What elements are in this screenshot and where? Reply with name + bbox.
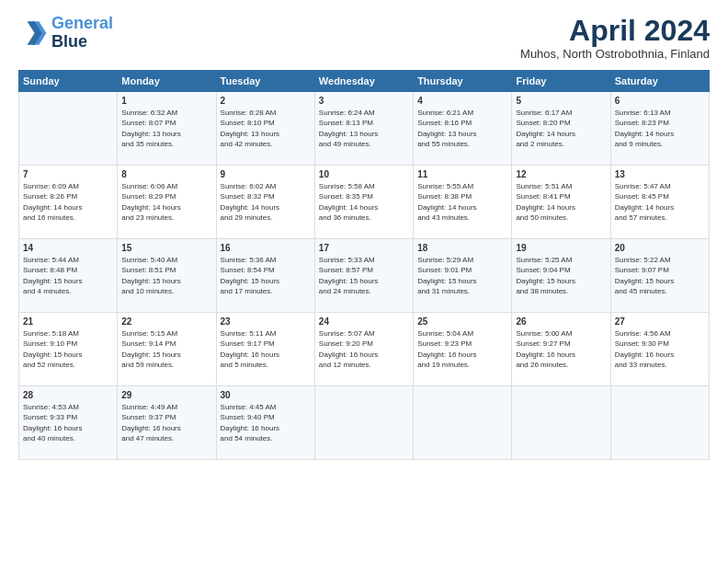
calendar-cell: 22Sunrise: 5:15 AM Sunset: 9:14 PM Dayli… (118, 313, 216, 386)
cell-info: Sunrise: 5:44 AM Sunset: 8:48 PM Dayligh… (23, 255, 113, 296)
calendar-cell: 10Sunrise: 5:58 AM Sunset: 8:35 PM Dayli… (314, 166, 413, 239)
day-number: 8 (121, 169, 211, 179)
cell-info: Sunrise: 5:15 AM Sunset: 9:14 PM Dayligh… (121, 328, 211, 370)
location: Muhos, North Ostrobothnia, Finland (520, 47, 710, 61)
cell-info: Sunrise: 6:24 AM Sunset: 8:13 PM Dayligh… (319, 108, 409, 149)
calendar-cell: 9Sunrise: 6:02 AM Sunset: 8:32 PM Daylig… (216, 166, 314, 239)
day-number: 15 (121, 243, 211, 253)
calendar-cell: 13Sunrise: 5:47 AM Sunset: 8:45 PM Dayli… (610, 166, 709, 239)
calendar-cell: 25Sunrise: 5:04 AM Sunset: 9:23 PM Dayli… (414, 313, 512, 386)
cell-info: Sunrise: 6:02 AM Sunset: 8:32 PM Dayligh… (221, 181, 311, 223)
calendar-cell: 5Sunrise: 6:17 AM Sunset: 8:20 PM Daylig… (512, 92, 610, 166)
cell-info: Sunrise: 6:32 AM Sunset: 8:07 PM Dayligh… (121, 108, 211, 149)
cell-info: Sunrise: 5:11 AM Sunset: 9:17 PM Dayligh… (221, 328, 311, 370)
calendar-cell (314, 386, 413, 460)
header-day: Sunday (19, 71, 118, 92)
day-number: 18 (417, 243, 507, 253)
cell-info: Sunrise: 5:22 AM Sunset: 9:07 PM Dayligh… (615, 255, 705, 296)
cell-info: Sunrise: 6:17 AM Sunset: 8:20 PM Dayligh… (516, 108, 606, 149)
cell-info: Sunrise: 5:04 AM Sunset: 9:23 PM Dayligh… (417, 328, 507, 370)
cell-info: Sunrise: 4:53 AM Sunset: 9:33 PM Dayligh… (23, 402, 113, 443)
day-number: 12 (516, 169, 606, 179)
calendar-cell: 1Sunrise: 6:32 AM Sunset: 8:07 PM Daylig… (118, 92, 216, 166)
calendar-cell: 4Sunrise: 6:21 AM Sunset: 8:16 PM Daylig… (414, 92, 512, 166)
header-day: Saturday (610, 71, 709, 92)
day-number: 11 (417, 169, 507, 179)
day-number: 5 (516, 96, 606, 106)
day-number: 1 (121, 96, 211, 106)
header-day: Thursday (414, 71, 512, 92)
header-row: SundayMondayTuesdayWednesdayThursdayFrid… (19, 71, 710, 92)
day-number: 19 (516, 243, 606, 253)
day-number: 23 (221, 316, 311, 327)
title-area: April 2024 Muhos, North Ostrobothnia, Fi… (520, 15, 710, 61)
cell-info: Sunrise: 6:21 AM Sunset: 8:16 PM Dayligh… (417, 108, 507, 149)
calendar-cell (610, 386, 709, 460)
calendar-cell: 8Sunrise: 6:06 AM Sunset: 8:29 PM Daylig… (118, 166, 216, 239)
cell-info: Sunrise: 5:51 AM Sunset: 8:41 PM Dayligh… (516, 181, 606, 223)
calendar-cell (512, 386, 610, 460)
calendar-cell: 29Sunrise: 4:49 AM Sunset: 9:37 PM Dayli… (118, 386, 216, 460)
calendar-cell: 21Sunrise: 5:18 AM Sunset: 9:10 PM Dayli… (19, 313, 118, 386)
calendar-cell: 12Sunrise: 5:51 AM Sunset: 8:41 PM Dayli… (512, 166, 610, 239)
calendar-cell: 6Sunrise: 6:13 AM Sunset: 8:23 PM Daylig… (610, 92, 709, 166)
calendar-cell: 23Sunrise: 5:11 AM Sunset: 9:17 PM Dayli… (216, 313, 314, 386)
cell-info: Sunrise: 6:06 AM Sunset: 8:29 PM Dayligh… (121, 181, 211, 223)
calendar-cell (19, 92, 118, 166)
cell-info: Sunrise: 5:18 AM Sunset: 9:10 PM Dayligh… (23, 328, 113, 370)
day-number: 27 (615, 316, 705, 327)
logo-icon (18, 18, 48, 48)
calendar-cell: 16Sunrise: 5:36 AM Sunset: 8:54 PM Dayli… (216, 239, 314, 313)
week-row: 21Sunrise: 5:18 AM Sunset: 9:10 PM Dayli… (19, 313, 710, 386)
day-number: 9 (221, 169, 311, 179)
logo-text: General Blue (51, 15, 113, 52)
logo: General Blue (18, 15, 113, 52)
day-number: 3 (319, 96, 409, 106)
page: General Blue April 2024 Muhos, North Ost… (0, 0, 728, 563)
day-number: 6 (615, 96, 705, 106)
calendar-cell: 24Sunrise: 5:07 AM Sunset: 9:20 PM Dayli… (314, 313, 413, 386)
cell-info: Sunrise: 6:09 AM Sunset: 8:26 PM Dayligh… (23, 181, 113, 223)
day-number: 29 (121, 390, 211, 400)
calendar-cell: 2Sunrise: 6:28 AM Sunset: 8:10 PM Daylig… (216, 92, 314, 166)
cell-info: Sunrise: 5:36 AM Sunset: 8:54 PM Dayligh… (221, 255, 311, 296)
cell-info: Sunrise: 5:00 AM Sunset: 9:27 PM Dayligh… (516, 328, 606, 370)
calendar-cell: 3Sunrise: 6:24 AM Sunset: 8:13 PM Daylig… (314, 92, 413, 166)
header: General Blue April 2024 Muhos, North Ost… (18, 15, 710, 61)
calendar-cell: 19Sunrise: 5:25 AM Sunset: 9:04 PM Dayli… (512, 239, 610, 313)
header-day: Friday (512, 71, 610, 92)
day-number: 16 (221, 243, 311, 253)
cell-info: Sunrise: 5:29 AM Sunset: 9:01 PM Dayligh… (417, 255, 507, 296)
day-number: 25 (417, 316, 507, 327)
calendar-cell: 28Sunrise: 4:53 AM Sunset: 9:33 PM Dayli… (19, 386, 118, 460)
week-row: 14Sunrise: 5:44 AM Sunset: 8:48 PM Dayli… (19, 239, 710, 313)
cell-info: Sunrise: 5:33 AM Sunset: 8:57 PM Dayligh… (319, 255, 409, 296)
calendar-cell: 18Sunrise: 5:29 AM Sunset: 9:01 PM Dayli… (414, 239, 512, 313)
cell-info: Sunrise: 5:25 AM Sunset: 9:04 PM Dayligh… (516, 255, 606, 296)
calendar-cell: 27Sunrise: 4:56 AM Sunset: 9:30 PM Dayli… (610, 313, 709, 386)
day-number: 20 (615, 243, 705, 253)
week-row: 1Sunrise: 6:32 AM Sunset: 8:07 PM Daylig… (19, 92, 710, 166)
cell-info: Sunrise: 6:28 AM Sunset: 8:10 PM Dayligh… (221, 108, 311, 149)
day-number: 14 (23, 243, 113, 253)
calendar-cell: 11Sunrise: 5:55 AM Sunset: 8:38 PM Dayli… (414, 166, 512, 239)
calendar-cell: 17Sunrise: 5:33 AM Sunset: 8:57 PM Dayli… (314, 239, 413, 313)
cell-info: Sunrise: 6:13 AM Sunset: 8:23 PM Dayligh… (615, 108, 705, 149)
cell-info: Sunrise: 5:07 AM Sunset: 9:20 PM Dayligh… (319, 328, 409, 370)
day-number: 26 (516, 316, 606, 327)
cell-info: Sunrise: 4:45 AM Sunset: 9:40 PM Dayligh… (221, 402, 311, 443)
day-number: 2 (221, 96, 311, 106)
calendar-cell: 15Sunrise: 5:40 AM Sunset: 8:51 PM Dayli… (118, 239, 216, 313)
cell-info: Sunrise: 4:56 AM Sunset: 9:30 PM Dayligh… (615, 328, 705, 370)
calendar-cell: 14Sunrise: 5:44 AM Sunset: 8:48 PM Dayli… (19, 239, 118, 313)
week-row: 7Sunrise: 6:09 AM Sunset: 8:26 PM Daylig… (19, 166, 710, 239)
cell-info: Sunrise: 5:55 AM Sunset: 8:38 PM Dayligh… (417, 181, 507, 223)
header-day: Monday (118, 71, 216, 92)
day-number: 10 (319, 169, 409, 179)
header-day: Tuesday (216, 71, 314, 92)
day-number: 7 (23, 169, 113, 179)
cell-info: Sunrise: 5:40 AM Sunset: 8:51 PM Dayligh… (121, 255, 211, 296)
day-number: 30 (221, 390, 311, 400)
cell-info: Sunrise: 5:47 AM Sunset: 8:45 PM Dayligh… (615, 181, 705, 223)
month-title: April 2024 (520, 15, 710, 47)
